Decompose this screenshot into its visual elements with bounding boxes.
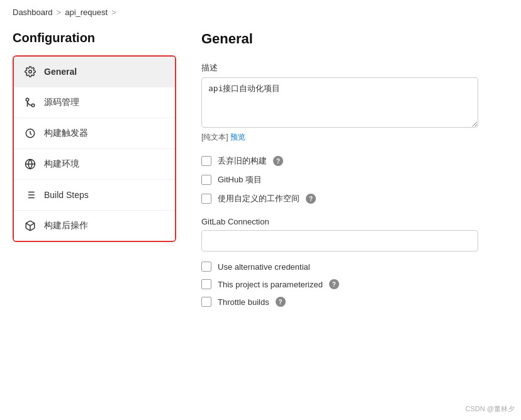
sidebar-item-env-label: 构建环境 bbox=[44, 158, 79, 170]
checkbox-row-github: GitHub 项目 bbox=[201, 174, 508, 185]
breadcrumb-dashboard[interactable]: Dashboard bbox=[13, 8, 53, 17]
preview-text: [纯文本] bbox=[201, 133, 228, 141]
sidebar-item-build-steps-label: Build Steps bbox=[44, 190, 89, 200]
sidebar-item-general[interactable]: General bbox=[14, 57, 175, 87]
svg-point-1 bbox=[31, 104, 35, 107]
sidebar-item-build-steps[interactable]: Build Steps bbox=[14, 180, 175, 211]
help-icon-discard[interactable]: ? bbox=[273, 156, 283, 166]
checkbox-parameterized[interactable] bbox=[201, 279, 211, 289]
breadcrumb: Dashboard > api_request > bbox=[0, 0, 521, 25]
checkbox-row-alt-credential: Use alternative credential bbox=[201, 262, 508, 272]
checkbox-row-discard: 丢弃旧的构建 ? bbox=[201, 155, 508, 167]
help-icon-throttle[interactable]: ? bbox=[276, 297, 286, 307]
breadcrumb-api-request[interactable]: api_request bbox=[65, 8, 108, 17]
globe-icon bbox=[24, 158, 36, 170]
sidebar-item-source[interactable]: 源码管理 bbox=[14, 87, 175, 118]
checkbox-row-throttle: Throttle builds ? bbox=[201, 297, 508, 307]
sidebar-item-general-label: General bbox=[44, 67, 77, 77]
main-content: General 描述 api接口自动化项目 [纯文本] 预览 丢弃旧的构建 ? … bbox=[201, 31, 508, 314]
sidebar-item-env[interactable]: 构建环境 bbox=[14, 149, 175, 180]
breadcrumb-sep-1: > bbox=[57, 8, 62, 17]
checkbox-discard-builds-label[interactable]: 丢弃旧的构建 bbox=[218, 155, 267, 167]
description-label: 描述 bbox=[201, 62, 508, 74]
checkbox-row-parameterized: This project is parameterized ? bbox=[201, 279, 508, 289]
checkbox-group-2: Use alternative credential This project … bbox=[201, 262, 508, 307]
sidebar-item-post-build[interactable]: 构建后操作 bbox=[14, 211, 175, 241]
gear-icon bbox=[24, 65, 36, 78]
gitlab-connection-input[interactable] bbox=[201, 230, 478, 251]
cube-icon bbox=[24, 219, 36, 232]
svg-point-0 bbox=[29, 70, 32, 74]
checkbox-row-workspace: 使用自定义的工作空间 ? bbox=[201, 193, 508, 204]
checkbox-alt-credential[interactable] bbox=[201, 262, 211, 272]
checkbox-group-1: 丢弃旧的构建 ? GitHub 项目 使用自定义的工作空间 ? bbox=[201, 155, 508, 204]
list-icon bbox=[24, 189, 36, 201]
sidebar-item-trigger[interactable]: 构建触发器 bbox=[14, 118, 175, 149]
checkbox-custom-workspace[interactable] bbox=[201, 194, 211, 204]
svg-point-2 bbox=[26, 98, 29, 101]
sidebar-item-trigger-label: 构建触发器 bbox=[44, 128, 88, 139]
preview-link[interactable]: 预览 bbox=[230, 133, 245, 141]
checkbox-custom-workspace-label[interactable]: 使用自定义的工作空间 bbox=[218, 193, 300, 204]
git-icon bbox=[24, 96, 36, 109]
help-icon-parameterized[interactable]: ? bbox=[329, 279, 339, 289]
gitlab-connection-section: GitLab Connection bbox=[201, 217, 508, 251]
breadcrumb-sep-2: > bbox=[111, 8, 116, 17]
gitlab-connection-label: GitLab Connection bbox=[201, 217, 508, 226]
clock-icon bbox=[24, 127, 36, 140]
sidebar-nav: General 源码管理 bbox=[13, 55, 176, 242]
checkbox-github-project[interactable] bbox=[201, 175, 211, 185]
sidebar: Configuration General bbox=[13, 31, 176, 314]
checkbox-alt-credential-label[interactable]: Use alternative credential bbox=[218, 262, 310, 272]
sidebar-item-post-build-label: 构建后操作 bbox=[44, 220, 88, 231]
checkbox-throttle-builds-label[interactable]: Throttle builds bbox=[218, 297, 269, 307]
sidebar-item-source-label: 源码管理 bbox=[44, 97, 79, 108]
checkbox-throttle-builds[interactable] bbox=[201, 297, 211, 307]
description-section: 描述 api接口自动化项目 [纯文本] 预览 bbox=[201, 62, 508, 143]
sidebar-title: Configuration bbox=[13, 31, 176, 45]
checkbox-github-project-label[interactable]: GitHub 项目 bbox=[218, 174, 262, 185]
main-layout: Configuration General bbox=[0, 25, 521, 321]
checkbox-parameterized-label[interactable]: This project is parameterized bbox=[218, 280, 323, 289]
checkbox-discard-builds[interactable] bbox=[201, 156, 211, 166]
description-textarea[interactable]: api接口自动化项目 bbox=[201, 77, 478, 128]
help-icon-workspace[interactable]: ? bbox=[306, 194, 316, 204]
content-title: General bbox=[201, 31, 508, 47]
preview-line: [纯文本] 预览 bbox=[201, 132, 508, 143]
